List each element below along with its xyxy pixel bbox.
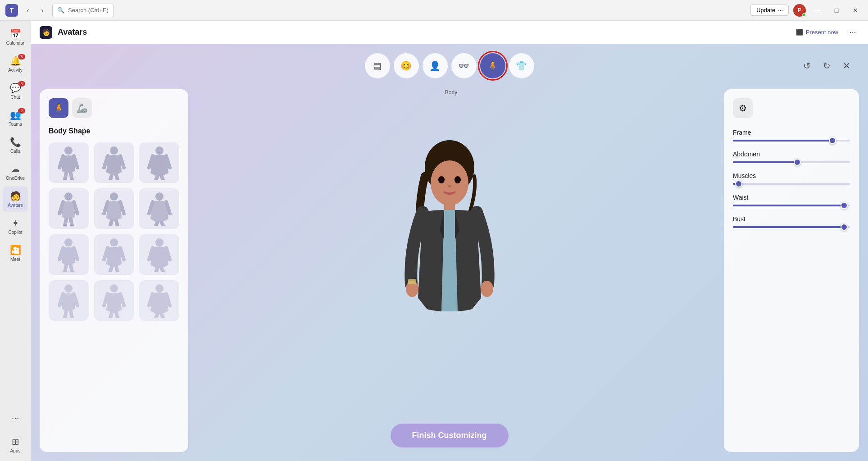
- svg-point-4: [110, 192, 118, 201]
- tool-accessories-button[interactable]: 👓: [451, 53, 477, 78]
- sidebar-item-activity[interactable]: 🔔 6 Activity: [3, 51, 28, 77]
- body-shape-item-5[interactable]: [94, 188, 134, 229]
- present-icon: ⬛: [796, 29, 803, 36]
- slider-waist-thumb[interactable]: [841, 202, 848, 209]
- body-shape-item-4[interactable]: [49, 188, 89, 229]
- body-shape-figure-11: [100, 284, 127, 318]
- top-toolbar: ▤ 😊 👤 👓 🧍 👕: [365, 53, 534, 78]
- body-shape-item-8[interactable]: [94, 234, 134, 275]
- toolbar-actions: ↺ ↻ ✕: [799, 58, 854, 74]
- tool-body-button[interactable]: 🧍: [480, 53, 505, 78]
- slider-muscles-thumb[interactable]: [735, 180, 742, 187]
- body-shape-figure-8: [100, 238, 127, 272]
- avatars-icon: 🧑: [10, 191, 21, 201]
- slider-frame-label: Frame: [733, 129, 850, 136]
- body-shape-item-1[interactable]: [49, 142, 89, 183]
- svg-point-3: [64, 192, 73, 201]
- search-bar[interactable]: 🔍 Search (Ctrl+E): [52, 4, 114, 17]
- chat-badge: 5: [18, 81, 25, 87]
- sidebar-label-avatars: Avatars: [8, 203, 23, 208]
- body-shape-figure-2: [100, 146, 127, 180]
- body-shape-figure-12: [146, 284, 173, 318]
- body-shape-item-9[interactable]: [139, 234, 179, 275]
- sidebar-item-meet[interactable]: 🎦 Meet: [3, 241, 28, 266]
- svg-point-5: [155, 192, 164, 201]
- left-panel: 🧍 🦾 Body Shape: [40, 89, 188, 452]
- sidebar-label-copilot: Copilot: [8, 230, 22, 235]
- face-icon: 😊: [400, 60, 412, 71]
- body-shape-figure-6: [146, 192, 173, 226]
- slider-bust-thumb[interactable]: [841, 224, 848, 231]
- redo-button[interactable]: ↻: [818, 58, 835, 74]
- body-shape-item-6[interactable]: [139, 188, 179, 229]
- sidebar-item-calls[interactable]: 📞 Calls: [3, 132, 28, 158]
- update-button[interactable]: Update ···: [750, 5, 789, 16]
- panel-tab-shape[interactable]: 🧍: [49, 98, 68, 118]
- close-button[interactable]: ✕: [848, 4, 863, 17]
- app-icon: 🧑: [40, 26, 52, 39]
- app-title: Avatars: [58, 27, 87, 37]
- body-shape-item-3[interactable]: [139, 142, 179, 183]
- accessories-icon: 👓: [458, 60, 469, 71]
- body-shape-item-12[interactable]: [139, 280, 179, 321]
- teams-logo-icon: T: [5, 4, 18, 17]
- sidebar-item-teams[interactable]: 👥 2 Teams: [3, 105, 28, 131]
- header-more-button[interactable]: ···: [846, 26, 859, 39]
- panel-tabs: 🧍 🦾: [49, 98, 179, 118]
- search-icon: 🔍: [57, 7, 64, 14]
- slider-muscles: Muscles: [733, 172, 850, 185]
- online-status-indicator: [802, 13, 806, 17]
- calendar-icon: 📅: [10, 28, 21, 39]
- sidebar: 📅 Calendar 🔔 6 Activity 💬 5 Chat 👥 2 Tea…: [0, 21, 31, 461]
- forward-button[interactable]: ›: [36, 4, 49, 17]
- body-shape-item-10[interactable]: [49, 280, 89, 321]
- body-shape-figure-4: [55, 192, 82, 226]
- body-shape-item-11[interactable]: [94, 280, 134, 321]
- title-bar: T ‹ › 🔍 Search (Ctrl+E) Update ··· P — □…: [0, 0, 868, 21]
- body-shape-item-7[interactable]: [49, 234, 89, 275]
- right-panel: ⚙ Frame Abdomen: [724, 89, 859, 452]
- tool-layers-button[interactable]: ▤: [365, 53, 390, 78]
- body-shape-figure-5: [100, 192, 127, 226]
- slider-muscles-label: Muscles: [733, 172, 850, 179]
- sidebar-item-chat[interactable]: 💬 5 Chat: [3, 78, 28, 104]
- tool-face-button[interactable]: 😊: [394, 53, 419, 78]
- finish-customizing-button[interactable]: Finish Customizing: [391, 424, 509, 447]
- title-bar-right: Update ··· P — □ ✕: [750, 4, 863, 17]
- slider-abdomen-thumb[interactable]: [794, 159, 801, 166]
- maximize-button[interactable]: □: [829, 4, 844, 17]
- sidebar-item-onedrive[interactable]: ☁ OneDrive: [3, 160, 28, 185]
- calls-icon: 📞: [10, 137, 21, 147]
- slider-bust-track: [733, 226, 850, 228]
- sidebar-item-copilot[interactable]: ✦ Copilot: [3, 214, 28, 239]
- svg-point-13: [431, 160, 468, 205]
- activity-badge: 6: [18, 54, 25, 59]
- slider-frame-thumb[interactable]: [829, 137, 836, 144]
- sidebar-item-apps[interactable]: ⊞ Apps: [3, 432, 28, 457]
- undo-button[interactable]: ↺: [799, 58, 815, 74]
- body-shapes-grid: [49, 142, 179, 321]
- sidebar-item-more[interactable]: ···: [3, 405, 28, 430]
- present-now-button[interactable]: ⬛ Present now: [792, 27, 842, 37]
- svg-point-18: [481, 281, 493, 297]
- body-shape-figure-3: [146, 146, 173, 180]
- close-editor-button[interactable]: ✕: [838, 58, 854, 74]
- slider-waist-track: [733, 205, 850, 206]
- svg-point-8: [155, 238, 164, 246]
- minimize-button[interactable]: —: [810, 4, 825, 17]
- svg-point-0: [64, 146, 73, 155]
- back-button[interactable]: ‹: [22, 4, 34, 17]
- sidebar-item-calendar[interactable]: 📅 Calendar: [3, 24, 28, 50]
- slider-abdomen-fill: [733, 161, 797, 163]
- onedrive-icon: ☁: [11, 164, 20, 174]
- body-shape-figure-1: [55, 146, 82, 180]
- user-avatar[interactable]: P: [793, 4, 806, 17]
- panel-tab-accessories[interactable]: 🦾: [72, 98, 92, 118]
- tool-clothing-button[interactable]: 👕: [509, 53, 534, 78]
- sidebar-item-avatars[interactable]: 🧑 Avatars: [3, 187, 28, 212]
- tool-hair-button[interactable]: 👤: [423, 53, 448, 78]
- body-shape-item-2[interactable]: [94, 142, 134, 183]
- sidebar-label-onedrive: OneDrive: [6, 176, 25, 181]
- filter-button[interactable]: ⚙: [733, 98, 753, 118]
- filter-icon: ⚙: [739, 103, 747, 114]
